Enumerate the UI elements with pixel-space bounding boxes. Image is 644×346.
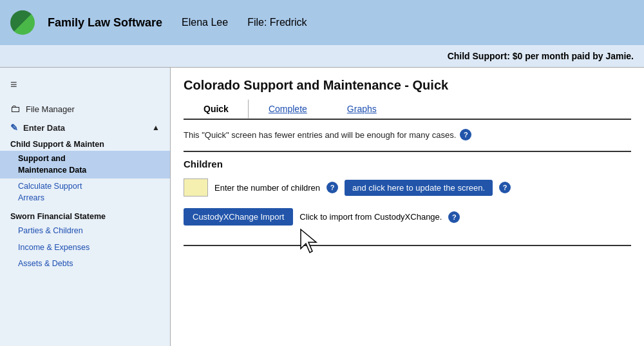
- info-bar: Child Support: $0 per month paid by Jami…: [0, 45, 644, 68]
- sidebar-item-assets-debts[interactable]: Assets & Debts: [0, 256, 170, 273]
- tab-complete[interactable]: Complete: [249, 99, 327, 119]
- page-title: Colorado Support and Maintenance - Quick: [184, 78, 631, 93]
- bottom-divider: [184, 245, 631, 246]
- sidebar-item-file-manager[interactable]: 🗀 File Manager: [0, 99, 170, 119]
- help-icon[interactable]: ?: [460, 129, 471, 140]
- children-label: Enter the number of children: [214, 183, 320, 193]
- update-help-icon[interactable]: ?: [499, 182, 511, 193]
- children-section-title: Children: [184, 151, 631, 169]
- children-help-icon[interactable]: ?: [327, 182, 338, 193]
- menu-icon[interactable]: ≡: [0, 73, 170, 99]
- app-title: Family Law Software: [48, 16, 162, 30]
- main-layout: ≡ 🗀 File Manager ✎ Enter Data ▲ Child Su…: [0, 68, 644, 346]
- sidebar-item-calculate-support[interactable]: Calculate SupportArrears: [0, 178, 170, 206]
- import-row: CustodyXChange Import Click to import fr…: [184, 208, 631, 226]
- help-text-row: This "Quick" screen has fewer entries an…: [184, 129, 631, 140]
- child-support-section-title: Child Support & Mainten: [0, 137, 170, 151]
- content-area: Colorado Support and Maintenance - Quick…: [171, 68, 644, 346]
- custodyxchange-import-button[interactable]: CustodyXChange Import: [184, 208, 293, 226]
- import-help-icon[interactable]: ?: [448, 211, 460, 223]
- children-row: Enter the number of children ? and click…: [184, 178, 631, 197]
- import-label: Click to import from CustodyXChange.: [299, 212, 442, 222]
- update-screen-button[interactable]: and click here to update the screen.: [345, 180, 493, 196]
- sidebar-section-enter-data[interactable]: ✎ Enter Data ▲: [0, 119, 170, 137]
- sworn-financial-section-title: Sworn Financial Stateme: [0, 209, 170, 223]
- svg-marker-0: [301, 229, 316, 253]
- cursor-icon: [299, 228, 319, 254]
- user-name: Elena Lee: [182, 17, 228, 28]
- edit-icon: ✎: [10, 122, 18, 133]
- number-of-children-input[interactable]: [184, 178, 208, 197]
- sidebar-item-parties-children[interactable]: Parties & Children: [0, 223, 170, 240]
- tab-row: Quick Complete Graphs: [184, 99, 631, 120]
- file-name: File: Fredrick: [247, 17, 307, 28]
- child-support-info: Child Support: $0 per month paid by Jami…: [448, 51, 634, 61]
- app-header: Family Law Software Elena Lee File: Fred…: [0, 0, 644, 45]
- sidebar-item-income-expenses[interactable]: Income & Expenses: [0, 240, 170, 256]
- folder-icon: 🗀: [10, 103, 21, 115]
- tab-quick[interactable]: Quick: [184, 99, 249, 119]
- sidebar: ≡ 🗀 File Manager ✎ Enter Data ▲ Child Su…: [0, 68, 171, 346]
- tab-graphs[interactable]: Graphs: [327, 99, 397, 119]
- app-logo: [10, 10, 35, 35]
- collapse-icon: ▲: [152, 123, 160, 132]
- help-text: This "Quick" screen has fewer entries an…: [184, 130, 456, 140]
- file-manager-label: File Manager: [26, 104, 75, 114]
- enter-data-label: Enter Data: [23, 123, 65, 133]
- sidebar-item-support-maintenance[interactable]: Support andMaintenance Data: [0, 151, 170, 178]
